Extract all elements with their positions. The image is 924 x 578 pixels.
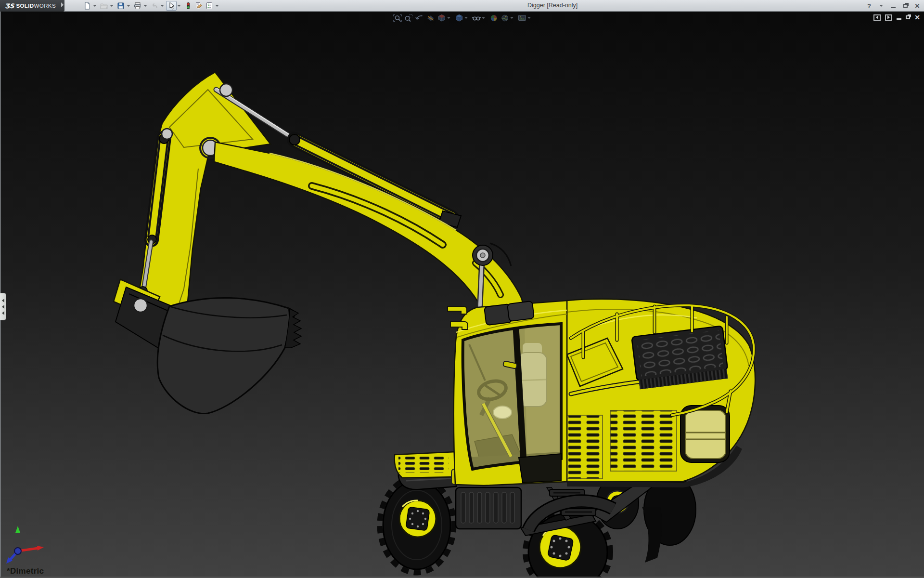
zoom-to-fit-button[interactable] <box>391 13 402 23</box>
stick-left-pin <box>162 129 172 139</box>
solidworks-brand-light: WORKS <box>34 3 56 9</box>
apply-scene-button[interactable] <box>499 13 510 23</box>
doc-close-button[interactable]: ✕ <box>914 13 920 21</box>
reference-triad <box>1 523 48 569</box>
feature-tree-flyout-tab[interactable] <box>0 293 6 320</box>
edit-appearance-button[interactable] <box>488 13 499 23</box>
view-orientation-icon <box>437 14 445 22</box>
rear-window <box>680 406 730 462</box>
help-dropdown-button[interactable] <box>877 2 885 10</box>
open-document-dropdown[interactable] <box>109 1 114 11</box>
zoom-to-fit-icon <box>393 14 400 22</box>
solidworks-brand-bold: SOLID <box>16 3 34 9</box>
display-style-button[interactable] <box>453 13 464 23</box>
restore-button[interactable] <box>901 2 909 10</box>
digger-3d-model[interactable] <box>0 12 924 578</box>
pane-right-arrow-icon <box>887 15 890 19</box>
title-bar: ƷS SOLID WORKS Digger [Read-only] ?✕ <box>0 0 924 12</box>
heads-up-view-toolbar <box>391 13 533 23</box>
new-document-dropdown[interactable] <box>92 1 97 11</box>
view-orientation-button[interactable] <box>436 13 447 23</box>
hide-show-items-dropdown[interactable] <box>481 13 486 23</box>
collapse-arrow-icon <box>2 299 4 302</box>
help-button[interactable]: ? <box>865 2 873 10</box>
print-dropdown[interactable] <box>143 1 147 11</box>
section-view-button[interactable] <box>424 13 436 23</box>
zoom-to-area-icon <box>404 14 411 22</box>
traffic-light-icon <box>184 2 192 10</box>
pane-right-button[interactable] <box>885 14 892 21</box>
apply-scene-icon <box>500 14 508 22</box>
previous-view-button[interactable] <box>413 13 424 23</box>
minimize-button[interactable] <box>889 2 897 10</box>
file-properties-icon <box>195 2 203 10</box>
cab-glass <box>463 324 561 469</box>
save-icon <box>117 2 125 10</box>
stick-top-pin <box>220 84 232 96</box>
select-icon <box>167 2 175 10</box>
section-view-icon <box>426 14 434 22</box>
solidworks-logo-glyph: ƷS <box>5 2 14 10</box>
undo-button[interactable] <box>149 1 160 11</box>
select-dropdown[interactable] <box>177 1 181 11</box>
collapse-arrow-icon <box>2 311 4 315</box>
solidworks-logo: ƷS SOLID WORKS <box>0 0 64 12</box>
undo-dropdown[interactable] <box>160 1 164 11</box>
bucket[interactable] <box>157 298 301 413</box>
window-title: Digger [Read-only] <box>527 2 578 9</box>
open-document-button[interactable] <box>99 1 109 11</box>
file-properties-button[interactable] <box>193 1 204 11</box>
save-button[interactable] <box>116 1 126 11</box>
open-document-icon <box>100 2 108 10</box>
minimize-icon <box>897 18 901 20</box>
apply-scene-dropdown[interactable] <box>510 13 514 23</box>
select-button[interactable] <box>166 1 177 11</box>
zoom-to-area-button[interactable] <box>402 13 413 23</box>
view-settings-button[interactable] <box>516 13 527 23</box>
display-style-icon <box>454 14 462 22</box>
view-orientation-dropdown[interactable] <box>447 13 451 23</box>
options-dropdown[interactable] <box>215 1 219 11</box>
previous-view-icon <box>415 14 423 22</box>
view-settings-icon <box>517 14 525 22</box>
cab[interactable] <box>448 301 567 486</box>
traffic-light-button[interactable] <box>183 1 193 11</box>
menu-expander-icon[interactable] <box>61 2 64 7</box>
main-boom[interactable] <box>214 142 524 309</box>
graphics-viewport[interactable]: ✕ *Dimetric <box>0 12 924 578</box>
print-button[interactable] <box>132 1 143 11</box>
hide-show-items-icon <box>472 14 479 22</box>
print-icon <box>134 2 141 10</box>
close-button[interactable]: ✕ <box>913 2 921 10</box>
hide-show-items-button[interactable] <box>470 13 481 23</box>
standard-toolbar <box>82 0 221 11</box>
document-window-controls: ✕ <box>873 13 920 21</box>
restore-icon <box>906 15 910 19</box>
front-wheel[interactable] <box>380 477 454 573</box>
engine-vents <box>631 326 729 389</box>
collapse-arrow-icon <box>2 305 4 309</box>
new-document-icon <box>83 2 91 10</box>
options-icon <box>205 2 213 10</box>
display-style-dropdown[interactable] <box>464 13 468 23</box>
pane-left-arrow-icon <box>876 15 878 19</box>
window-controls: ?✕ <box>865 0 921 12</box>
view-orientation-label: *Dimetric <box>7 566 44 576</box>
minimize-icon <box>891 7 896 8</box>
options-button[interactable] <box>204 1 215 11</box>
new-document-button[interactable] <box>82 1 92 11</box>
doc-restore-button[interactable] <box>906 15 910 19</box>
pane-left-button[interactable] <box>873 14 881 21</box>
doc-minimize-button[interactable] <box>897 15 901 20</box>
view-settings-dropdown[interactable] <box>527 13 531 23</box>
edit-appearance-icon <box>489 14 497 22</box>
save-dropdown[interactable] <box>126 1 130 11</box>
undo-icon <box>151 2 158 10</box>
restore-icon <box>903 4 908 8</box>
roof-bracket <box>448 306 467 314</box>
